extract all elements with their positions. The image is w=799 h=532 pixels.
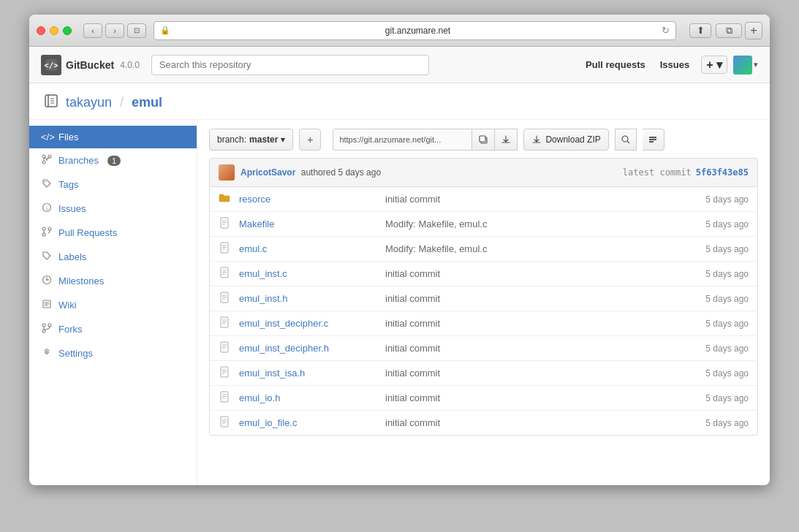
issues-nav-link[interactable]: Issues [660,59,689,70]
file-name-link[interactable]: resorce [239,194,385,205]
pull-requests-nav-link[interactable]: Pull requests [586,59,645,70]
sidebar-item-forks[interactable]: Forks [29,317,197,341]
file-time: 5 days ago [705,194,749,205]
file-commit-message: initial commit [385,392,705,403]
sidebar-label-issues: Issues [58,203,86,214]
sidebar-label-settings: Settings [58,348,93,359]
svg-point-27 [46,352,48,354]
wiki-icon [41,299,53,311]
svg-point-26 [48,324,51,327]
file-name-link[interactable]: emul_inst_decipher.h [239,343,385,354]
table-row: emul_inst_decipher.c initial commit 5 da… [210,311,757,336]
file-browser: branch: master ▾ + Download ZIP [197,120,770,485]
file-time: 5 days ago [705,393,749,403]
issues-icon: i [41,202,53,215]
commit-hash-value[interactable]: 5f63f43e85 [696,167,749,178]
minimize-button[interactable] [50,26,58,35]
settings-icon [41,347,53,360]
traffic-lights [37,26,72,35]
repo-icon [44,94,58,112]
owner-link[interactable]: takayun [66,95,112,110]
main-content: </> Files Branches 1 Tags i Issu [29,120,770,485]
branch-name: master [249,134,278,145]
search-input[interactable] [151,55,429,75]
reload-button[interactable]: ↻ [662,25,670,36]
table-row: resorce initial commit 5 days ago [210,187,757,212]
edit-files-button[interactable] [643,129,664,151]
reading-list-button[interactable]: ⧉ [716,23,742,38]
new-tab-button[interactable]: + [745,22,762,39]
close-button[interactable] [37,26,45,35]
logo-icon: </> [41,55,61,75]
file-name-link[interactable]: emul_inst.c [239,268,385,279]
sidebar-item-pull-requests[interactable]: Pull Requests [29,221,197,245]
avatar-dropdown-icon[interactable]: ▾ [754,60,758,69]
pull-requests-icon [41,227,53,239]
sidebar-item-tags[interactable]: Tags [29,172,197,197]
forward-button[interactable]: › [105,23,124,38]
avatar[interactable] [733,56,752,75]
file-icon [219,267,233,281]
url-display: git.anzumare.net [174,26,662,36]
branch-dropdown-button[interactable]: branch: master ▾ [209,129,293,151]
file-name-link[interactable]: emul_inst_decipher.c [239,318,385,329]
file-name-link[interactable]: Makefile [239,218,385,229]
svg-rect-32 [649,137,656,138]
sidebar-item-files[interactable]: </> Files [29,126,197,148]
download-button[interactable] [495,129,518,151]
sidebar-label-pull-requests: Pull Requests [58,227,117,238]
address-bar[interactable]: 🔒 git.anzumare.net ↻ [154,21,676,40]
titlebar: ‹ › ⊡ 🔒 git.anzumare.net ↻ ⬆ ⧉ + [29,15,770,47]
svg-text:</>: </> [45,61,58,70]
labels-icon [41,251,53,263]
table-row: emul.c Modify: Makefile, emul.c 5 days a… [210,237,757,262]
maximize-button[interactable] [63,26,72,35]
svg-point-19 [46,279,48,281]
file-name-link[interactable]: emul_inst_isa.h [239,368,385,379]
file-name-link[interactable]: emul_io_file.c [239,417,385,428]
svg-rect-33 [649,139,656,140]
file-commit-message: initial commit [385,368,705,379]
header-nav: Pull requests Issues [586,59,689,70]
clone-url-input[interactable] [333,129,472,151]
table-row: Makefile Modify: Makefile, emul.c 5 days… [210,212,757,237]
svg-rect-34 [649,141,654,142]
file-name-link[interactable]: emul_io.h [239,392,385,403]
file-name-link[interactable]: emul_inst.h [239,293,385,304]
sidebar-item-milestones[interactable]: Milestones [29,269,197,293]
add-file-button[interactable]: + [299,129,321,151]
milestones-icon [41,275,53,287]
repo-search-container [151,55,429,75]
copy-url-button[interactable] [472,129,495,151]
file-time: 5 days ago [705,219,749,229]
sidebar-item-wiki[interactable]: Wiki [29,293,197,317]
sidebar-label-files: Files [58,132,78,142]
file-commit-message: Modify: Makefile, emul.c [385,218,705,229]
svg-point-24 [42,324,45,327]
file-name-link[interactable]: emul.c [239,243,385,254]
search-files-button[interactable] [615,129,637,151]
share-button[interactable]: ⬆ [689,23,711,38]
file-time: 5 days ago [705,319,749,329]
table-row: emul_inst_decipher.h initial commit 5 da… [210,336,757,361]
file-icon [219,292,233,305]
lock-icon: 🔒 [160,26,170,35]
commit-author[interactable]: ApricotSavor [241,167,295,178]
file-icon [219,391,233,405]
table-row: emul_io_file.c initial commit 5 days ago [210,411,757,435]
sidebar-item-branches[interactable]: Branches 1 [29,148,197,172]
clone-url-group [333,129,518,151]
table-row: emul_inst.c initial commit 5 days ago [210,262,757,286]
sidebar-item-settings[interactable]: Settings [29,341,197,365]
file-commit-message: initial commit [385,268,705,279]
sidebar-item-issues[interactable]: i Issues [29,197,197,221]
back-button[interactable]: ‹ [83,23,102,38]
add-dropdown-button[interactable]: + ▾ [701,56,727,74]
sidebar-item-labels[interactable]: Labels [29,245,197,269]
download-zip-button[interactable]: Download ZIP [523,129,608,151]
tags-icon [41,178,53,191]
repo-name-link[interactable]: emul [132,95,162,110]
branches-icon [41,154,53,167]
file-time: 5 days ago [705,368,749,379]
tab-overview-button[interactable]: ⊡ [127,23,146,38]
